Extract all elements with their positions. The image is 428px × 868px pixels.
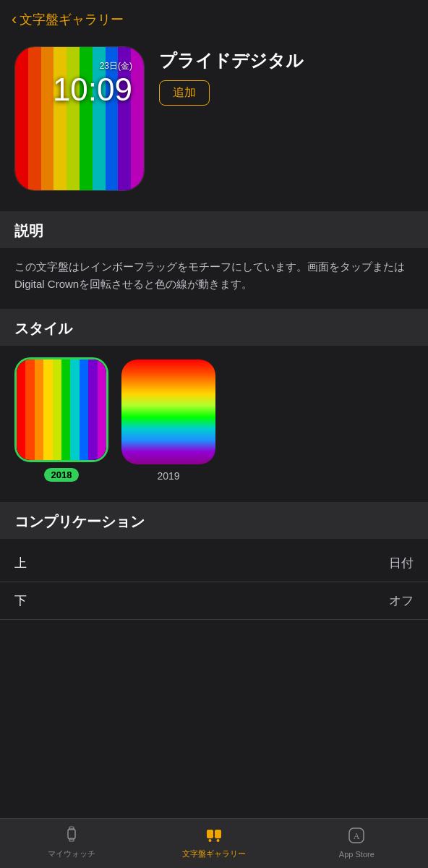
watch-face-preview: 23日(金) 10:09 (14, 46, 145, 191)
description-section-header: 説明 (0, 211, 428, 248)
svg-point-6 (216, 839, 219, 842)
description-header-text: 説明 (14, 223, 43, 239)
watch-icon (62, 825, 81, 846)
tab-my-watch-label: マイウォッチ (48, 848, 95, 859)
tab-app-store-label: App Store (339, 850, 374, 859)
tab-gallery[interactable]: 文字盤ギャラリー (142, 825, 285, 859)
svg-rect-4 (215, 830, 221, 838)
back-button[interactable]: ‹ 文字盤ギャラリー (12, 10, 124, 29)
style-header-text: スタイル (14, 320, 72, 336)
app-store-icon: A (347, 826, 366, 848)
svg-text:A: A (354, 831, 360, 841)
style-section-header: スタイル (0, 309, 428, 346)
style-item-2018[interactable]: 2018 (14, 357, 108, 482)
chevron-left-icon: ‹ (12, 10, 17, 29)
hero-info: プライドデジタル 追加 (159, 46, 414, 106)
complication-top-value: 日付 (389, 555, 414, 571)
hero-section: 23日(金) 10:09 プライドデジタル 追加 (0, 35, 428, 205)
style-thumbnail-2018[interactable] (14, 357, 108, 462)
svg-rect-2 (69, 838, 74, 841)
svg-point-5 (208, 839, 211, 842)
navigation-bar: ‹ 文字盤ギャラリー (0, 0, 428, 35)
tab-app-store[interactable]: A App Store (286, 826, 428, 859)
complication-bottom-value: オフ (389, 592, 414, 609)
complication-row-top[interactable]: 上 日付 (0, 545, 428, 582)
description-section: この文字盤はレインボーフラッグをモチーフにしています。画面をタップまたはDigi… (0, 248, 428, 303)
complication-row-bottom[interactable]: 下 オフ (0, 582, 428, 620)
tab-gallery-label: 文字盤ギャラリー (182, 848, 246, 859)
watch-face-canvas: 23日(金) 10:09 (15, 47, 144, 190)
complication-top-label: 上 (14, 555, 27, 571)
year-badge-2018: 2018 (44, 468, 80, 482)
tab-my-watch[interactable]: マイウォッチ (0, 825, 142, 859)
svg-rect-3 (207, 830, 213, 838)
svg-rect-0 (68, 829, 75, 839)
style-item-2019[interactable]: 2019 (121, 359, 215, 482)
complication-bottom-label: 下 (14, 592, 27, 609)
style-thumbnail-2019[interactable] (121, 359, 215, 464)
watch-date: 23日(金) (100, 60, 132, 72)
complication-section: 上 日付 下 オフ (0, 545, 428, 620)
complication-section-header: コンプリケーション (0, 502, 428, 539)
gallery-icon (205, 825, 223, 846)
face-title: プライドデジタル (159, 51, 414, 72)
back-label: 文字盤ギャラリー (20, 11, 124, 28)
style-section: 2018 2019 (0, 346, 428, 496)
tab-bar: マイウォッチ 文字盤ギャラリー A App Store (0, 818, 428, 868)
add-button[interactable]: 追加 (159, 80, 210, 106)
watch-time: 10:09 (53, 74, 132, 106)
svg-rect-1 (69, 827, 74, 830)
year-label-2019: 2019 (157, 470, 179, 482)
complication-header-text: コンプリケーション (14, 514, 145, 529)
description-body: この文字盤はレインボーフラッグをモチーフにしています。画面をタップまたはDigi… (14, 258, 414, 293)
time-overlay: 23日(金) 10:09 (15, 47, 144, 190)
